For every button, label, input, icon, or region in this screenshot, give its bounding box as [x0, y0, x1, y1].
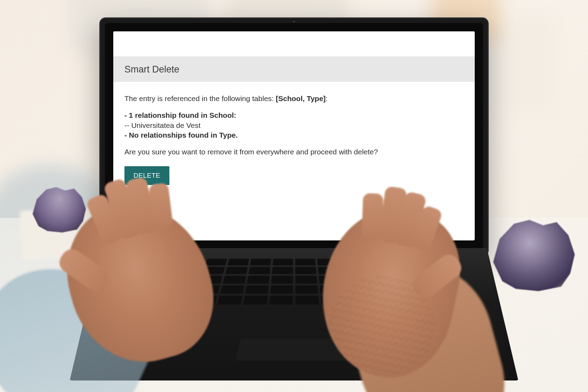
app-topbar — [113, 31, 475, 56]
referenced-prefix: The entry is referenced in the following… — [124, 94, 276, 102]
webcam-icon — [293, 21, 295, 23]
confirm-text: Are you sure you want to remove it from … — [124, 147, 464, 157]
colon: : — [326, 94, 328, 102]
referenced-tables-line: The entry is referenced in the following… — [124, 94, 464, 103]
referenced-tables: [School, Type] — [276, 94, 326, 102]
crystal-geode-right — [489, 216, 579, 293]
panel-header: Smart Delete — [113, 56, 475, 82]
relationship-school-item: -- Universitatea de Vest — [124, 121, 464, 130]
relationship-type-heading: - No relationships found in Type. — [124, 130, 464, 140]
relationships-block: - 1 relationship found in School: -- Uni… — [124, 110, 464, 140]
person-hand-left — [70, 202, 209, 362]
person-hand-right — [323, 209, 456, 376]
relationship-school-heading: - 1 relationship found in School: — [124, 110, 464, 120]
panel-title: Smart Delete — [124, 64, 464, 75]
